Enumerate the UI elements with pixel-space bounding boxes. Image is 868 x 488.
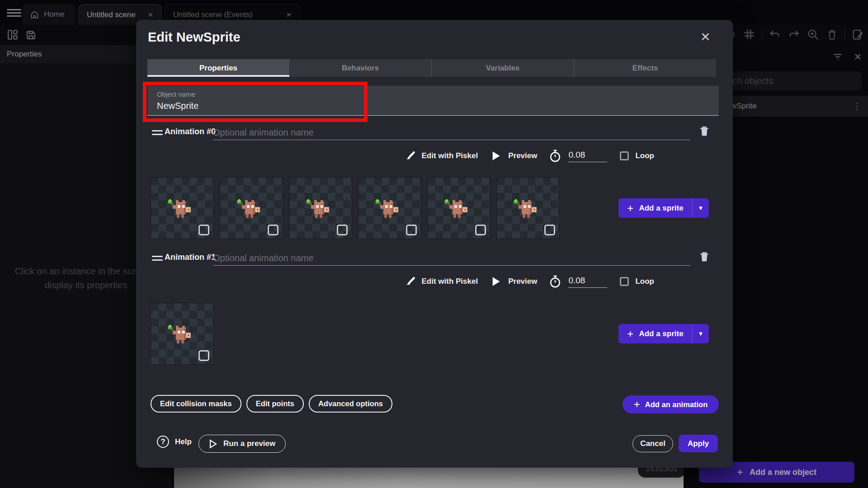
tab-behaviors[interactable]: Behaviors [289,59,431,77]
chevron-down-icon[interactable]: ▼ [693,324,709,343]
edit-sprite-dialog: Edit NewSprite ✕ Properties Behaviors Va… [136,20,733,468]
pig-sprite-image [168,199,194,220]
loop-label: Loop [635,151,654,160]
loop-checkbox[interactable] [620,277,629,286]
advanced-options-button[interactable]: Advanced options [309,395,392,413]
drag-handle-icon[interactable] [152,256,163,263]
time-between-frames-input[interactable] [568,150,607,162]
animation-section-1: Animation #1 Edit with Piskel Preview [147,252,719,368]
sprite-frame-thumbnail[interactable] [151,177,214,239]
animation-name-input[interactable] [213,125,690,140]
pig-sprite-image [237,199,264,220]
frame-select-checkbox[interactable] [475,225,486,235]
play-icon [491,151,500,161]
object-name-label: Object name [157,90,719,98]
plus-icon: + [627,203,633,214]
sprite-frame-thumbnail[interactable] [151,303,214,365]
stopwatch-icon [549,275,561,288]
pig-sprite-image [168,325,194,346]
dialog-close-icon[interactable]: ✕ [700,30,711,44]
brush-icon [405,275,416,288]
sprite-frame-thumbnail[interactable] [358,177,421,239]
chevron-down-icon[interactable]: ▼ [693,198,709,218]
frames-strip [151,177,560,239]
animation-tools-row: Edit with Piskel Preview Loop [405,149,654,163]
tab-effects[interactable]: Effects [574,59,716,77]
pig-sprite-image [307,199,333,220]
edit-with-piskel-button[interactable]: Edit with Piskel [421,151,478,160]
apply-button[interactable]: Apply [679,435,718,452]
drag-handle-icon[interactable] [152,130,163,137]
animation-name-input[interactable] [213,251,690,266]
object-name-field[interactable]: Object name NewSprite [147,86,719,116]
gdevelop-app: Home Untitled scene ✕ Untitled scene (Ev… [0,0,868,488]
run-a-preview-button[interactable]: Run a preview [198,435,286,453]
pig-sprite-image [376,199,402,220]
animation-tools-row: Edit with Piskel Preview Loop [405,274,654,289]
object-name-value: NewSprite [157,101,719,111]
add-an-animation-button[interactable]: + Add an animation [623,395,719,413]
edit-with-piskel-button[interactable]: Edit with Piskel [421,277,478,286]
sprite-frame-thumbnail[interactable] [427,177,491,239]
delete-animation-icon[interactable] [698,250,711,263]
sprite-frame-thumbnail[interactable] [289,177,352,239]
sprite-frame-thumbnail[interactable] [220,177,283,239]
loop-label: Loop [635,277,654,286]
dialog-tab-bar: Properties Behaviors Variables Effects [147,59,716,77]
preview-button[interactable]: Preview [508,151,537,160]
stopwatch-icon [549,149,561,163]
add-a-sprite-button[interactable]: + Add a sprite ▼ [618,324,709,343]
time-between-frames-input[interactable] [568,276,607,288]
edit-collision-masks-button[interactable]: Edit collision masks [151,395,241,413]
cancel-button[interactable]: Cancel [632,435,673,452]
plus-icon: + [634,399,640,410]
animation-section-0: Animation #0 Edit with Piskel Preview [147,126,719,243]
frame-select-checkbox[interactable] [268,225,278,235]
animation-title: Animation #0 [165,127,216,136]
frames-strip [151,303,214,365]
delete-animation-icon[interactable] [698,124,711,138]
brush-icon [405,150,416,162]
loop-checkbox[interactable] [620,151,629,160]
frame-select-checkbox[interactable] [406,225,417,235]
pig-sprite-image [445,199,471,220]
play-outline-icon [209,439,217,449]
frame-select-checkbox[interactable] [337,225,348,235]
sprite-frame-thumbnail[interactable] [496,177,560,239]
help-button[interactable]: ? Help [157,436,192,448]
plus-icon: + [627,328,633,339]
tab-variables[interactable]: Variables [431,59,574,77]
animation-title: Animation #1 [165,253,216,262]
frame-select-checkbox[interactable] [544,225,555,235]
frame-select-checkbox[interactable] [198,350,209,361]
play-icon [491,277,500,286]
sprite-tools-row: Edit collision masks Edit points Advance… [151,395,392,413]
add-a-sprite-button[interactable]: + Add a sprite ▼ [618,198,709,218]
edit-points-button[interactable]: Edit points [246,395,304,413]
help-icon: ? [157,436,169,448]
frame-select-checkbox[interactable] [198,225,209,235]
dialog-title: Edit NewSprite [148,30,241,45]
tab-properties[interactable]: Properties [147,59,289,77]
preview-button[interactable]: Preview [508,277,537,286]
pig-sprite-image [514,199,540,220]
